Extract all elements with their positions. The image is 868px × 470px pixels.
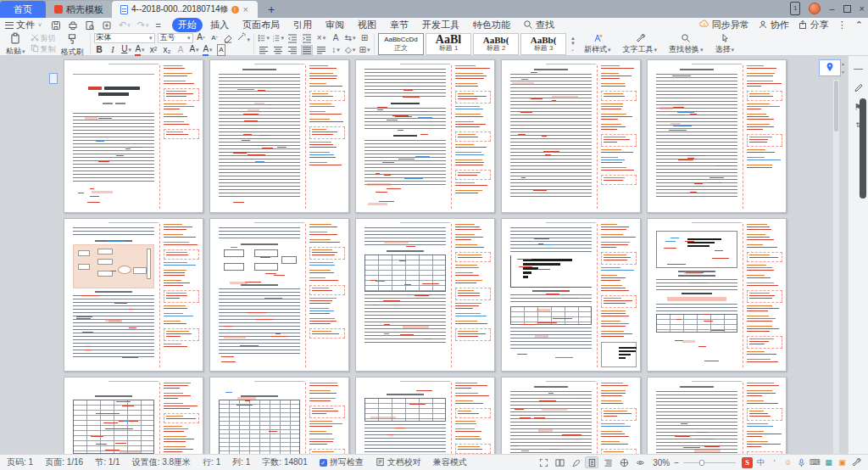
comment-scroll-thumb[interactable] [834,81,838,131]
comment-stub[interactable] [747,252,782,262]
comment-stub[interactable] [747,441,782,449]
ribbon-tab-开始[interactable]: 开始 [172,18,203,32]
subscript-button[interactable]: x₂ [162,45,173,55]
zoom-out-button[interactable]: − [674,458,679,467]
comment-stub[interactable] [455,321,491,326]
comment-stub[interactable] [455,444,491,454]
comment-stub[interactable] [601,91,637,101]
format-painter-button[interactable]: 格式刷 [58,32,86,56]
comment-stub[interactable] [601,331,637,339]
comment-stub[interactable] [164,104,199,111]
tab-document[interactable]: 4--2018-000..20180714修订 ! × [112,1,258,18]
page-thumbnail-4[interactable] [501,59,641,213]
align-left-button[interactable] [258,45,270,55]
view-mode-web-layout[interactable] [617,456,631,468]
comment-stub[interactable] [164,290,199,303]
comment-stub[interactable] [601,285,637,293]
undo-button[interactable]: ↶▾ [116,20,133,31]
comment-stub[interactable] [309,83,345,88]
view-mode-outline[interactable] [601,456,615,468]
comment-stub[interactable] [601,390,637,398]
comment-stub[interactable] [747,336,782,349]
comment-stub[interactable] [455,280,491,285]
comment-stub[interactable] [747,316,782,323]
view-mode-fullscreen[interactable] [537,456,550,468]
comment-stub[interactable] [601,295,637,308]
comment-stub[interactable] [747,244,782,249]
comment-stub[interactable] [455,65,491,70]
comment-stub[interactable] [309,298,345,305]
comment-stub[interactable] [164,344,199,349]
comment-stub[interactable] [455,408,491,418]
collapse-ribbon-button[interactable]: ⌃ [855,20,863,31]
save-button[interactable] [48,20,64,31]
comment-stub[interactable] [309,285,345,295]
select-button[interactable]: 选择▾ [711,33,739,54]
borders-button[interactable]: ⊞▾ [359,45,370,55]
increase-indent-button[interactable] [301,33,313,43]
comment-stub[interactable] [309,439,345,446]
comment-stub[interactable] [747,275,782,280]
comment-stub[interactable] [455,313,491,318]
close-tab-icon[interactable]: × [242,4,249,14]
comment-stub[interactable] [309,421,345,428]
comment-stub[interactable] [747,65,782,70]
comment-stub[interactable] [747,400,782,406]
comment-stub[interactable] [164,73,199,78]
comment-stub[interactable] [455,152,491,157]
comment-stub[interactable] [747,157,782,162]
zoom-slider[interactable] [683,462,736,463]
pencil-icon[interactable] [854,81,864,93]
comment-stub[interactable] [164,328,199,341]
comment-stub[interactable] [164,321,199,326]
superscript-button[interactable]: x² [148,45,159,55]
comment-stub[interactable] [455,428,491,434]
view-mode-page-view[interactable] [585,456,598,468]
comment-stub[interactable] [747,134,782,147]
align-justify-button[interactable] [301,45,313,55]
view-mode-ink[interactable] [569,456,582,468]
comment-stub[interactable] [601,234,637,239]
comment-stub[interactable] [455,252,491,262]
text-effects-button[interactable]: ▾ [236,31,251,45]
shrink-font-button[interactable]: Aˇ [209,33,220,43]
spellcheck-toggle[interactable]: ✓ 拼写检查 [320,456,364,468]
comment-stub[interactable] [455,121,491,129]
strike-font-color-button[interactable]: A▾ [135,44,146,56]
cut-button[interactable]: 剪切 [31,34,56,43]
char-border-button[interactable]: A [216,44,227,56]
comment-stub[interactable] [309,390,345,395]
comment-stub[interactable] [455,131,491,142]
page-thumbnail-15[interactable] [647,377,787,454]
comment-stub[interactable] [164,114,199,119]
comment-stub[interactable] [747,408,782,421]
comment-stub[interactable] [455,190,491,195]
comment-stub[interactable] [601,267,637,272]
comment-stub[interactable] [309,406,345,418]
shading-button[interactable]: ◇▾ [344,45,356,55]
comment-pane-scrollbar[interactable] [833,80,839,454]
clear-format-button[interactable]: ×▾ [315,33,327,43]
comment-stub[interactable] [601,431,637,439]
font-size-combo[interactable]: 五号▾ [158,33,193,43]
comment-stub[interactable] [455,288,491,300]
collapse-pane-handle[interactable]: — [854,63,863,73]
comment-stub[interactable] [747,165,782,170]
ribbon-tab-审阅[interactable]: 审阅 [320,18,350,32]
page-thumbnail-8[interactable] [355,218,495,372]
minimize-button[interactable]: – [829,3,834,14]
sogou-cn-icon[interactable]: 中 [755,457,766,468]
page-thumbnail-6[interactable] [64,218,203,372]
underline-button[interactable]: U▾ [121,44,132,55]
comment-stub[interactable] [164,249,199,260]
comment-stub[interactable] [309,162,345,167]
comment-stub[interactable] [309,142,345,149]
maximize-button[interactable] [843,5,851,13]
comment-stub[interactable] [309,111,345,116]
comment-stub[interactable] [164,436,199,444]
sogou-wrench-icon[interactable] [850,457,861,468]
style-card-正文[interactable]: AaBbCcDd正文 [378,33,424,55]
comment-stub[interactable] [455,234,491,242]
align-right-button[interactable] [287,45,298,55]
line-spacing-button[interactable]: ↕▾ [330,45,342,55]
